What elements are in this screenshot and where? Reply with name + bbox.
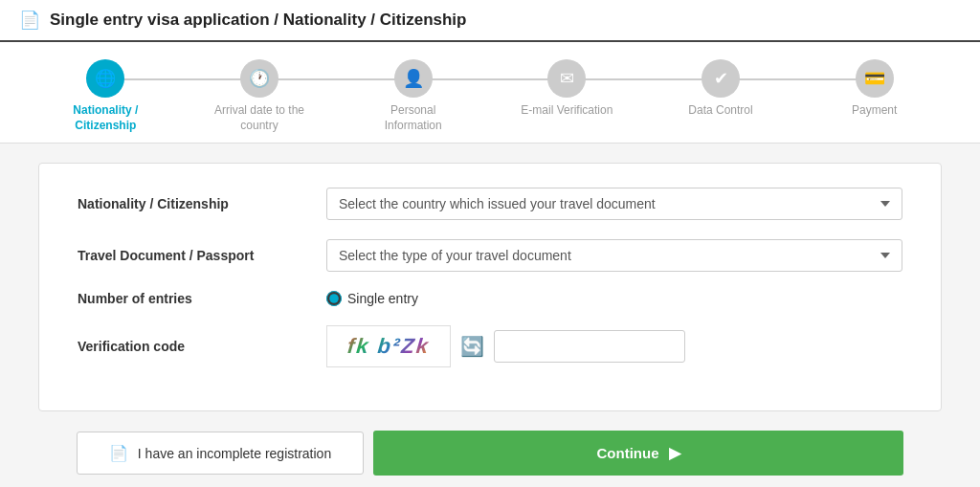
single-entry-radio[interactable]: [326, 291, 342, 306]
nationality-label: Nationality / Citizenship: [78, 196, 326, 211]
captcha-control: fk b²Zk 🔄: [326, 325, 902, 367]
form-card: Nationality / Citizenship Select the cou…: [38, 163, 942, 411]
travel-doc-label: Travel Document / Passport: [78, 248, 326, 263]
page-header: 📄 Single entry visa application / Nation…: [0, 0, 980, 42]
bottom-bar: 📄 I have an incomplete registration Cont…: [38, 431, 942, 487]
incomplete-button-label: I have an incomplete registration: [138, 446, 331, 461]
captcha-image: fk b²Zk: [326, 325, 451, 367]
step-arrival[interactable]: 🕐 Arrival date to the country: [183, 59, 337, 133]
incomplete-button[interactable]: 📄 I have an incomplete registration: [77, 432, 364, 475]
step-nationality[interactable]: 🌐 Nationality / Citizenship: [29, 59, 183, 133]
step-arrival-label: Arrival date to the country: [212, 103, 307, 133]
step-personal[interactable]: 👤 Personal Information: [336, 59, 490, 133]
continue-button-label: Continue: [597, 445, 659, 461]
step-payment[interactable]: 💳 Payment: [797, 59, 951, 119]
continue-button[interactable]: Continue ▶: [373, 431, 903, 476]
single-entry-label[interactable]: Single entry: [347, 291, 418, 306]
captcha-row: Verification code fk b²Zk 🔄: [78, 325, 902, 367]
entries-radio-group: Single entry: [326, 291, 902, 306]
step-payment-label: Payment: [852, 103, 897, 119]
step-personal-label: Personal Information: [366, 103, 461, 133]
step-email-label: E-mail Verification: [521, 103, 612, 119]
captcha-input[interactable]: [494, 330, 685, 363]
step-nationality-label: Nationality / Citizenship: [57, 103, 153, 133]
travel-doc-select[interactable]: Select the type of your travel document: [326, 239, 902, 272]
step-data-label: Data Control: [688, 103, 752, 119]
steps-bar: 🌐 Nationality / Citizenship 🕐 Arrival da…: [0, 42, 980, 144]
step-data-circle: ✔: [702, 59, 740, 98]
step-data[interactable]: ✔ Data Control: [644, 59, 798, 119]
main-content: Nationality / Citizenship Select the cou…: [0, 144, 980, 487]
incomplete-doc-icon: 📄: [109, 444, 128, 462]
step-personal-circle: 👤: [394, 59, 433, 98]
step-payment-circle: 💳: [856, 59, 894, 98]
nationality-control: Select the country which issued your tra…: [326, 188, 902, 220]
entries-label: Number of entries: [78, 291, 326, 306]
nationality-row: Nationality / Citizenship Select the cou…: [78, 188, 902, 220]
page-title: Single entry visa application / National…: [50, 11, 466, 30]
entries-row: Number of entries Single entry: [78, 291, 902, 306]
step-arrival-circle: 🕐: [240, 59, 278, 98]
document-icon: 📄: [19, 10, 40, 31]
step-email-circle: ✉: [547, 59, 586, 98]
step-nationality-circle: 🌐: [86, 59, 124, 98]
captcha-text: fk b²Zk: [346, 334, 431, 359]
step-email[interactable]: ✉ E-mail Verification: [490, 59, 644, 119]
captcha-group: fk b²Zk 🔄: [326, 325, 902, 367]
travel-doc-row: Travel Document / Passport Select the ty…: [78, 239, 902, 272]
entries-control: Single entry: [326, 291, 902, 306]
nationality-select[interactable]: Select the country which issued your tra…: [326, 188, 902, 220]
continue-arrow-icon: ▶: [669, 444, 680, 462]
captcha-refresh-icon[interactable]: 🔄: [460, 335, 484, 358]
travel-doc-control: Select the type of your travel document: [326, 239, 902, 272]
captcha-label: Verification code: [78, 339, 326, 354]
